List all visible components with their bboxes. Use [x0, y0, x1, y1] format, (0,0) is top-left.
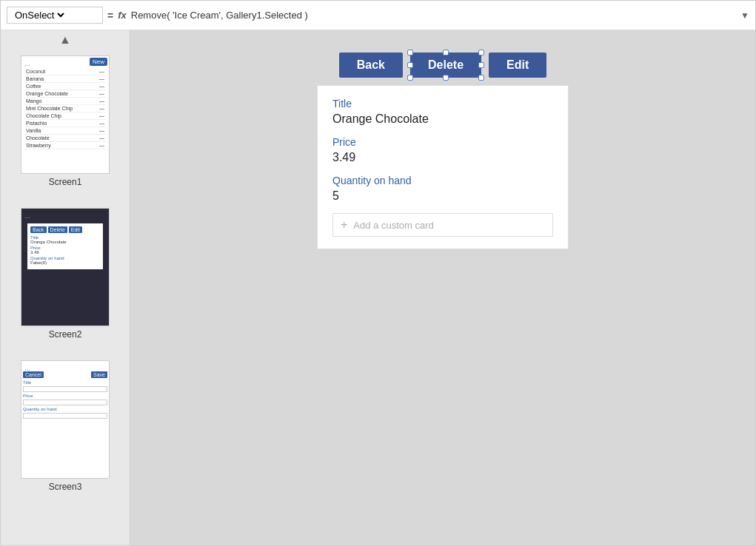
scroll-up-button[interactable]: ▲ — [1, 30, 130, 50]
formula-chevron-icon[interactable]: ▼ — [740, 10, 749, 21]
screen2-title-value: Orange Chocolate — [30, 240, 100, 244]
plus-icon: + — [341, 218, 347, 232]
screen3-header: Cancel Save — [23, 371, 107, 378]
formula-dropdown-select[interactable]: OnSelect — [12, 9, 67, 21]
screen2-inner: Back Delete Edit Title Orange Chocolate … — [27, 223, 103, 269]
screen3-price-label: Price — [23, 394, 107, 398]
handle-mr[interactable] — [478, 62, 484, 68]
screen1-container: ... New Coconut— Banana— Coffee— Orange … — [1, 50, 130, 193]
screen2-dots: ... — [24, 212, 30, 220]
title-value: Orange Chocolate — [332, 112, 553, 126]
handle-ml[interactable] — [407, 62, 413, 68]
equals-sign: = — [107, 10, 113, 21]
screen2-back-btn: Back — [30, 226, 47, 233]
list-item: Strawberry— — [24, 142, 106, 149]
screen3-qty-input — [23, 413, 107, 419]
qty-value: 5 — [332, 189, 553, 203]
screen3-title-label: Title — [23, 380, 107, 385]
handle-bc[interactable] — [443, 75, 449, 81]
list-item: Orange Chocolate— — [24, 90, 106, 98]
screen3-price-input — [23, 400, 107, 405]
screen1-list: Coconut— Banana— Coffee— Orange Chocolat… — [21, 67, 109, 151]
list-item: Vanilla— — [24, 127, 106, 135]
edit-button[interactable]: Edit — [489, 53, 546, 78]
delete-button-wrapper: Delete — [410, 53, 481, 78]
title-label: Title — [332, 98, 553, 109]
main-area: ▲ ... New Coconut— Banana— Coffee— Orang… — [1, 30, 755, 546]
fx-label: fx — [118, 10, 127, 21]
screen3-save-btn: Save — [91, 371, 107, 378]
add-custom-card[interactable]: + Add a custom card — [332, 213, 553, 237]
handle-tc[interactable] — [443, 50, 449, 55]
screen2-header: Back Delete Edit — [30, 226, 100, 233]
back-button[interactable]: Back — [339, 53, 403, 78]
canvas-content: Back Delete Edit Title Orange Chocolat — [317, 53, 569, 249]
screen3-cancel-btn: Cancel — [23, 371, 44, 378]
list-item: Coffee— — [24, 83, 106, 90]
detail-card: Title Orange Chocolate Price 3.49 Quanti… — [317, 85, 569, 249]
handle-bl[interactable] — [407, 75, 413, 81]
formula-dropdown[interactable]: OnSelect — [7, 7, 103, 24]
screen3-thumbnail[interactable]: ... Cancel Save Title Price Quantity on … — [21, 360, 110, 479]
price-value: 3.49 — [332, 151, 553, 164]
screen3-dots: ... — [24, 364, 30, 372]
screen1-new-button[interactable]: New — [90, 58, 107, 66]
button-row: Back Delete Edit — [339, 53, 547, 78]
screen1-label: Screen1 — [49, 177, 82, 187]
qty-label: Quantity on hand — [332, 175, 553, 186]
list-item: Chocolate Chip— — [24, 112, 106, 120]
list-item: Chocolate— — [24, 135, 106, 142]
formula-bar: OnSelect = fx ▼ — [1, 1, 755, 30]
add-custom-label: Add a custom card — [353, 220, 433, 231]
screen1-thumbnail[interactable]: ... New Coconut— Banana— Coffee— Orange … — [21, 55, 110, 174]
screen2-container: ... Back Delete Edit Title Orange Chocol… — [1, 202, 130, 346]
list-item: Mango— — [24, 98, 106, 105]
handle-br[interactable] — [478, 75, 484, 81]
sidebar: ▲ ... New Coconut— Banana— Coffee— Orang… — [1, 30, 130, 546]
price-label: Price — [332, 136, 553, 148]
list-item: Pistachio— — [24, 120, 106, 127]
screen2-edit-btn: Edit — [69, 226, 82, 233]
list-item: Coconut— — [24, 68, 106, 75]
screen2-qty-value: False(0) — [30, 260, 100, 265]
handle-tl[interactable] — [407, 50, 413, 55]
screen3-content: Cancel Save Title Price Quantity on hand — [21, 371, 109, 419]
handle-tr[interactable] — [478, 50, 484, 55]
screen2-thumbnail[interactable]: ... Back Delete Edit Title Orange Chocol… — [21, 208, 110, 326]
screen3-title-input — [23, 386, 107, 392]
chevron-up-icon: ▲ — [59, 33, 71, 47]
canvas-area: Back Delete Edit Title Orange Chocolat — [130, 30, 755, 546]
screen3-qty-label: Quantity on hand — [23, 407, 107, 411]
screen1-dots: ... — [24, 59, 30, 67]
delete-button[interactable]: Delete — [410, 53, 481, 78]
screen2-price-value: 3.49 — [30, 250, 100, 255]
screen3-container: ... Cancel Save Title Price Quantity on … — [1, 354, 130, 498]
list-item: Mint Chocolate Chip— — [24, 105, 106, 112]
screen2-label: Screen2 — [49, 329, 82, 340]
screen3-label: Screen3 — [49, 482, 82, 492]
formula-input[interactable] — [131, 10, 736, 21]
screen2-delete-btn: Delete — [48, 226, 67, 233]
list-item: Banana— — [24, 75, 106, 83]
